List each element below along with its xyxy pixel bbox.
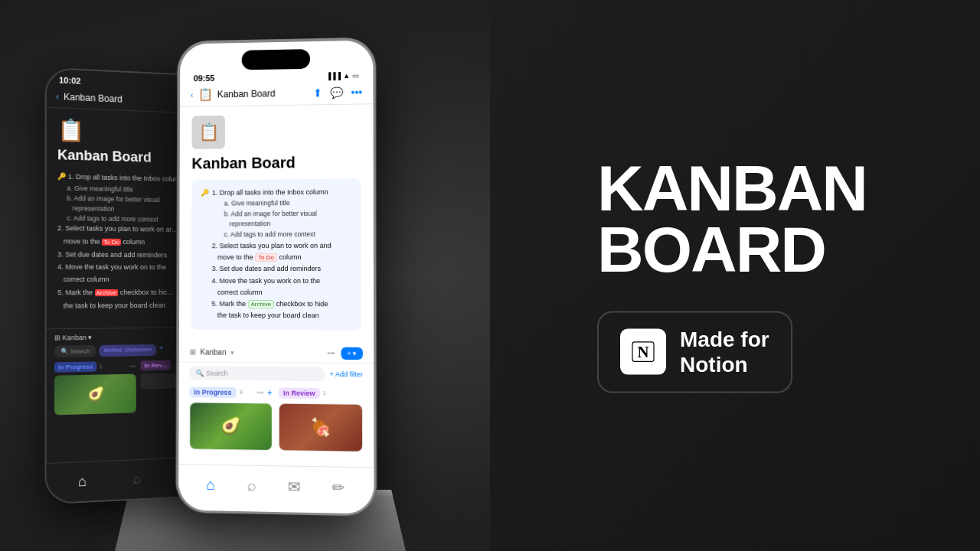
kanban-actions-front: ••• + ▾: [328, 347, 363, 359]
col-header-progress-back: In Progress 1 •••: [54, 360, 136, 372]
instr-4-front: 4. Move the task you work on to the: [212, 276, 332, 287]
instr-2-front: 2. Select tasks you plan to work on and: [212, 240, 332, 253]
notion-badge: N Made for Notion: [597, 311, 792, 393]
col-name-review-front: In Review: [279, 387, 320, 399]
instruction-block-front: 🔑 1. Drop all tasks into the Inbox colum…: [191, 178, 361, 330]
col-add-progress-front[interactable]: +: [267, 387, 273, 398]
col-count-progress-front: 3: [239, 389, 242, 396]
instr-5b-front: the task to keep your board clean: [211, 310, 331, 322]
kanban-toolbar-front: ⊞ Kanban ▾ ••• + ▾: [179, 343, 374, 364]
phone-front: 09:55 ▐▐▐ ▲ ▭ ‹ 📋 Kanban Board ⬆ 💬 •••: [176, 38, 376, 517]
instr-1-front: 1. Drop all tasks into the Inbox column: [212, 187, 332, 199]
card-front-1[interactable]: 🥑: [189, 402, 273, 451]
status-icons-front: ▐▐▐ ▲ ▭: [326, 72, 359, 80]
search-icon-front: 🔍: [195, 369, 204, 377]
kanban-grid-icon-front: ⊞: [190, 348, 196, 357]
kanban-add-btn-front[interactable]: + ▾: [341, 347, 363, 359]
kanban-cols-front: In Progress 3 ••• + 🥑 In Review 1: [178, 383, 374, 458]
comment-icon-front[interactable]: 💬: [330, 86, 343, 98]
back-button-back[interactable]: ‹: [56, 91, 59, 102]
svg-text:N: N: [637, 343, 648, 360]
card-front-2[interactable]: 🍖: [279, 403, 363, 452]
col-in-progress-back: In Progress 1 •••: [54, 360, 136, 415]
badge-line1: Made for: [680, 326, 769, 352]
badge-line2: Notion: [680, 352, 769, 378]
page-title-back: Kanban Board: [64, 92, 122, 105]
tab-inbox-front[interactable]: ✉: [287, 477, 300, 496]
search-input-front[interactable]: 🔍 Search: [190, 366, 325, 381]
add-filter-back[interactable]: +: [159, 344, 163, 356]
search-placeholder-front: Search: [206, 369, 227, 377]
search-button-back[interactable]: 🔍 Search: [54, 345, 96, 357]
wifi-icon-front: ▲: [343, 72, 350, 80]
page-icon-nav-front: 📋: [198, 87, 213, 102]
notion-logo-svg: N: [628, 337, 658, 367]
notion-icon: N: [620, 329, 666, 375]
col-name-progress-back: In Progress: [54, 361, 96, 372]
card-back-1[interactable]: [54, 374, 136, 416]
content-front: 📋 Kanban Board 🔑 1. Drop all tasks into …: [179, 104, 374, 344]
tab-search-front[interactable]: ⌕: [247, 477, 256, 494]
kanban-label-back: ⊞ Kanban ▾: [54, 334, 92, 342]
time-back: 10:02: [59, 76, 80, 86]
col-name-progress-front: In Progress: [189, 386, 236, 398]
col-more-progress-back[interactable]: •••: [129, 362, 136, 369]
badge-text: Made for Notion: [680, 326, 769, 377]
add-filter-front[interactable]: + Add filter: [330, 370, 363, 378]
signal-icon-front: ▐▐▐: [326, 72, 341, 80]
tab-search-back[interactable]: ⌕: [133, 471, 142, 487]
instr-emoji-front: 🔑 1. Drop all tasks into the Inbox colum…: [201, 187, 352, 323]
card-image-back-1: [54, 374, 136, 416]
page-title-large-front: Kanban Board: [191, 153, 361, 172]
instr-1b-front: b. Add an image for better visual: [224, 209, 332, 220]
instr-4b-front: correct column: [211, 287, 331, 299]
tab-home-back[interactable]: ⌂: [78, 473, 87, 490]
col-in-progress-front: In Progress 3 ••• + 🥑: [189, 386, 273, 454]
card-image-front-2: 🍖: [279, 403, 362, 451]
instr-1c-front: c. Add tags to add more context: [224, 230, 332, 240]
page-icon-large-front: 📋: [191, 116, 224, 149]
filter-button-back[interactable]: Archive: Unchecked: [100, 344, 156, 357]
col-name-review-back: In Rev...: [140, 360, 171, 371]
kanban-label-front[interactable]: Kanban: [200, 348, 226, 357]
time-front: 09:55: [194, 73, 215, 83]
kanban-dots-front[interactable]: •••: [328, 349, 335, 357]
instr-1a-front: a. Give meaningful title: [224, 198, 332, 209]
col-header-review-front: In Review 1: [279, 387, 363, 399]
card-image-front-1: 🥑: [190, 403, 272, 450]
instr-3-front: 3. Set due dates and add reminders: [212, 263, 332, 275]
instr-2b-front: move to the To Do column: [212, 252, 332, 264]
dynamic-island: [242, 49, 310, 70]
instr-5-front: 5. Mark the Archive checkbox to hide: [211, 298, 331, 311]
action-icons-front: ⬆ 💬 •••: [313, 86, 362, 99]
add-chevron-front: ▾: [353, 350, 357, 357]
back-button-front[interactable]: ‹: [191, 90, 194, 99]
title-line1: KANBAN: [597, 158, 934, 220]
col-in-review-front: In Review 1 🍖: [279, 387, 363, 455]
title-line2: BOARD: [597, 219, 934, 280]
kanban-chevron-front: ▾: [231, 349, 235, 357]
instr-1b2-front: representation: [224, 219, 332, 230]
more-icon-front[interactable]: •••: [351, 86, 362, 98]
share-icon-front[interactable]: ⬆: [313, 86, 322, 99]
col-dots-progress-front[interactable]: •••: [256, 389, 263, 396]
page-title-front: Kanban Board: [217, 87, 309, 99]
battery-icon-front: ▭: [352, 72, 359, 80]
tab-bar-front: ⌂ ⌕ ✉ ✏: [178, 464, 374, 514]
main-title: KANBAN BOARD: [597, 158, 934, 281]
right-content: KANBAN BOARD N Made for Notion: [597, 158, 934, 393]
col-count-progress-back: 1: [99, 363, 103, 370]
nav-bar-front: ‹ 📋 Kanban Board ⬆ 💬 •••: [180, 81, 373, 107]
phones-area: 10:02 ▐▐▐ ▲ ▭ ‹ Kanban Board ⬆ 📋 Kanban …: [31, 23, 521, 551]
col-count-review-front: 1: [323, 390, 327, 396]
tab-edit-front[interactable]: ✏: [332, 478, 345, 497]
tab-home-front[interactable]: ⌂: [206, 476, 215, 494]
search-front: 🔍 Search + Add filter: [179, 362, 374, 385]
col-header-progress-front: In Progress 3 ••• +: [189, 386, 272, 398]
